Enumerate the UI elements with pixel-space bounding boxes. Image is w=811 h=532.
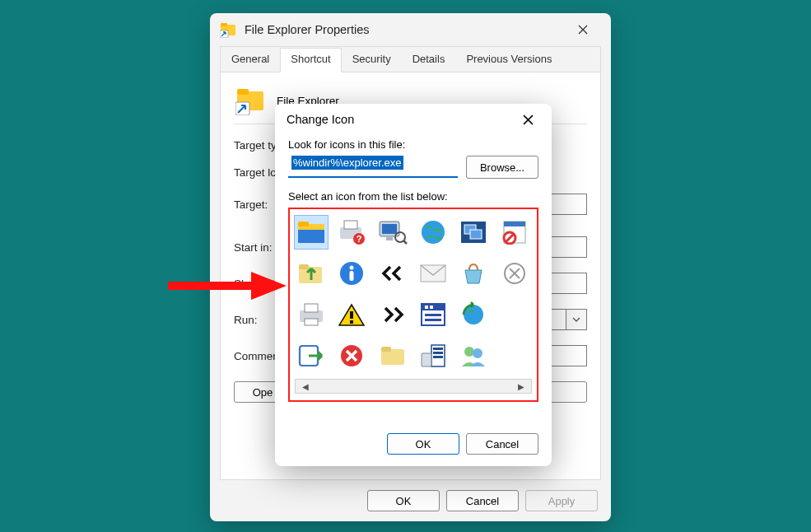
change-icon-cancel-button[interactable]: Cancel [466, 433, 538, 455]
icon-chevrons-left[interactable] [376, 257, 409, 290]
properties-cancel-button[interactable]: Cancel [446, 490, 519, 511]
change-icon-title: Change Icon [287, 113, 354, 126]
svg-point-18 [422, 221, 445, 244]
svg-rect-35 [305, 319, 318, 325]
properties-title: File Explorer Properties [245, 23, 370, 36]
properties-apply-button[interactable]: Apply [525, 490, 598, 511]
icon-info[interactable] [335, 257, 368, 290]
svg-rect-43 [425, 319, 441, 321]
svg-rect-53 [422, 353, 431, 366]
tabstrip: General Shortcut Security Details Previo… [221, 47, 600, 72]
svg-rect-34 [305, 304, 318, 312]
tab-shortcut[interactable]: Shortcut [280, 48, 341, 72]
svg-rect-36 [350, 311, 353, 319]
icon-logoff[interactable] [295, 339, 328, 372]
icon-empty-2 [498, 339, 531, 372]
svg-rect-42 [425, 314, 441, 316]
svg-rect-15 [386, 237, 393, 240]
svg-point-54 [464, 347, 474, 357]
icon-grid-scrollbar[interactable]: ◀ ▶ [295, 379, 532, 394]
icon-computer-search[interactable] [376, 216, 409, 249]
scroll-right-icon[interactable]: ▶ [513, 382, 529, 391]
icon-folder[interactable] [376, 339, 409, 372]
properties-titlebar: File Explorer Properties [210, 13, 611, 46]
icon-folder-open[interactable] [295, 216, 328, 249]
svg-rect-21 [470, 230, 482, 239]
icon-globe-refresh[interactable] [457, 298, 490, 331]
scroll-left-icon[interactable]: ◀ [297, 382, 314, 391]
svg-line-17 [403, 240, 407, 244]
tab-details[interactable]: Details [402, 48, 456, 72]
icon-printer[interactable] [295, 298, 328, 331]
run-dropdown-button[interactable] [566, 309, 587, 330]
svg-point-55 [473, 348, 482, 358]
properties-ok-button[interactable]: OK [367, 490, 440, 511]
tab-general[interactable]: General [221, 48, 280, 72]
icon-error[interactable] [335, 339, 368, 372]
icon-chevrons-right[interactable] [376, 298, 409, 331]
icon-server-list[interactable] [417, 339, 450, 372]
properties-close-button[interactable] [565, 13, 601, 46]
icon-envelope[interactable] [417, 257, 450, 290]
change-icon-titlebar: Change Icon [275, 104, 552, 135]
icon-warning[interactable] [335, 298, 368, 331]
svg-rect-41 [430, 306, 433, 309]
folder-shortcut-icon [220, 21, 236, 38]
svg-rect-50 [433, 348, 443, 350]
icon-windows-stack[interactable] [457, 216, 490, 249]
change-icon-ok-button[interactable]: OK [387, 433, 459, 455]
change-icon-footer: OK Cancel [275, 423, 552, 466]
icon-shopping-bag[interactable] [457, 257, 490, 290]
folder-shortcut-large-icon [235, 86, 265, 115]
icon-page-blocked[interactable] [498, 216, 531, 249]
svg-rect-10 [344, 221, 357, 229]
svg-point-29 [350, 266, 354, 270]
icon-printer-question[interactable]: ? [335, 216, 368, 249]
icon-globe[interactable] [417, 216, 450, 249]
svg-rect-40 [425, 306, 428, 309]
browse-button[interactable]: Browse... [466, 156, 538, 179]
icon-users[interactable] [457, 339, 490, 372]
icon-empty [498, 298, 531, 331]
icon-folder-up[interactable] [295, 257, 328, 290]
svg-rect-37 [350, 320, 353, 324]
change-icon-close-button[interactable] [516, 111, 540, 128]
svg-rect-8 [298, 230, 324, 243]
svg-rect-51 [433, 352, 443, 354]
svg-rect-48 [381, 347, 391, 352]
svg-rect-14 [382, 224, 397, 234]
icon-cancel-circle[interactable] [498, 257, 531, 290]
change-icon-dialog: Change Icon Look for icons in this file:… [275, 104, 552, 466]
svg-rect-7 [298, 222, 309, 226]
select-icon-label: Select an icon from the list below: [288, 190, 538, 203]
svg-text:?: ? [357, 234, 362, 244]
svg-rect-30 [350, 271, 354, 281]
icon-app-window[interactable] [417, 298, 450, 331]
icon-grid: ? [288, 208, 538, 402]
svg-rect-52 [433, 356, 443, 358]
svg-rect-23 [504, 222, 525, 226]
look-for-icons-label: Look for icons in this file: [288, 138, 538, 151]
tab-security[interactable]: Security [342, 48, 402, 72]
icon-path-input[interactable]: %windir%\explorer.exe [288, 156, 458, 178]
tab-previous-versions[interactable]: Previous Versions [455, 48, 562, 72]
svg-rect-27 [299, 264, 309, 269]
properties-footer: OK Cancel Apply [210, 480, 611, 521]
icon-path-value: %windir%\explorer.exe [291, 156, 403, 170]
svg-rect-4 [237, 89, 249, 95]
svg-rect-1 [221, 23, 227, 26]
